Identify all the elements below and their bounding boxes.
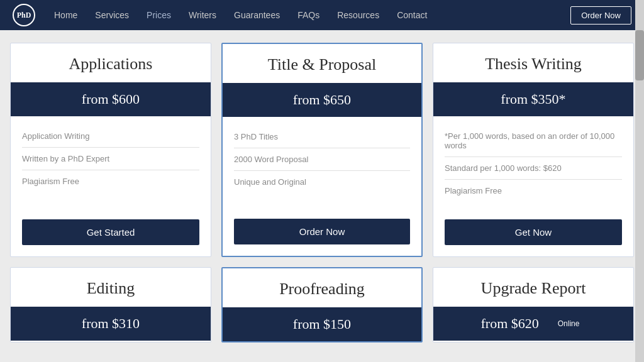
cards-row-1: Applications from $600 Application Writi… xyxy=(10,43,634,257)
feature-item: Application Writing xyxy=(22,125,199,148)
card-upgrade-report-title: Upgrade Report xyxy=(433,268,633,307)
card-upgrade-report-price: from $620 Online xyxy=(433,307,633,341)
feature-item: Unique and Original xyxy=(234,171,410,193)
main-content: Applications from $600 Application Writi… xyxy=(0,30,644,362)
nav-services[interactable]: Services xyxy=(95,10,129,20)
card-proofreading-price: from $150 xyxy=(223,307,421,341)
card-thesis-writing-features: *Per 1,000 words, based on an order of 1… xyxy=(433,116,633,211)
card-title-proposal-title: Title & Proposal xyxy=(223,44,421,83)
card-thesis-writing: Thesis Writing from $350* *Per 1,000 wor… xyxy=(433,43,634,257)
logo[interactable]: PhD xyxy=(13,4,35,26)
card-editing-title: Editing xyxy=(11,268,211,307)
feature-item: Written by a PhD Expert xyxy=(22,148,199,170)
card-thesis-writing-button[interactable]: Get Now xyxy=(445,219,622,245)
nav-links: Home Services Prices Writers Guarantees … xyxy=(54,10,570,20)
card-thesis-writing-price: from $350* xyxy=(433,82,633,116)
card-upgrade-report-price-text: from $620 xyxy=(481,315,539,332)
card-applications-button[interactable]: Get Started xyxy=(22,219,199,245)
card-applications: Applications from $600 Application Writi… xyxy=(10,43,211,257)
feature-item: 3 PhD Titles xyxy=(234,126,410,148)
card-editing-price: from $310 xyxy=(11,307,211,341)
nav-faqs[interactable]: FAQs xyxy=(297,10,319,20)
feature-item: *Per 1,000 words, based on an order of 1… xyxy=(445,125,622,157)
card-editing: Editing from $310 xyxy=(10,267,211,343)
feature-item: Plagiarism Free xyxy=(22,170,199,192)
card-title-proposal-price: from $650 xyxy=(223,83,421,117)
card-title-proposal: Title & Proposal from $650 3 PhD Titles … xyxy=(221,43,423,257)
card-title-proposal-button[interactable]: Order Now xyxy=(234,219,410,244)
nav-resources[interactable]: Resources xyxy=(337,10,379,20)
card-upgrade-report: Upgrade Report from $620 Online xyxy=(433,267,634,343)
feature-item: Standard per 1,000 words: $620 xyxy=(445,157,622,180)
nav-order-button[interactable]: Order Now xyxy=(570,6,631,25)
cards-row-2: Editing from $310 Proofreading from $150… xyxy=(10,267,634,343)
card-applications-features: Application Writing Written by a PhD Exp… xyxy=(11,116,211,211)
online-badge: Online xyxy=(552,317,586,331)
card-applications-title: Applications xyxy=(11,43,211,82)
scrollbar-thumb[interactable] xyxy=(635,30,644,80)
card-thesis-writing-title: Thesis Writing xyxy=(433,43,633,82)
card-title-proposal-features: 3 PhD Titles 2000 Word Proposal Unique a… xyxy=(223,117,421,210)
logo-text: PhD xyxy=(17,11,31,20)
nav-home[interactable]: Home xyxy=(54,10,77,20)
scrollbar-track[interactable] xyxy=(635,0,644,362)
navbar: PhD Home Services Prices Writers Guarant… xyxy=(0,0,644,30)
card-applications-price: from $600 xyxy=(11,82,211,116)
nav-guarantees[interactable]: Guarantees xyxy=(234,10,280,20)
nav-contact[interactable]: Contact xyxy=(397,10,427,20)
nav-prices[interactable]: Prices xyxy=(147,10,171,20)
nav-writers[interactable]: Writers xyxy=(189,10,216,20)
card-proofreading-title: Proofreading xyxy=(223,268,421,307)
feature-item: 2000 Word Proposal xyxy=(234,148,410,171)
feature-item: Plagiarism Free xyxy=(445,180,622,202)
card-proofreading: Proofreading from $150 xyxy=(221,267,423,343)
